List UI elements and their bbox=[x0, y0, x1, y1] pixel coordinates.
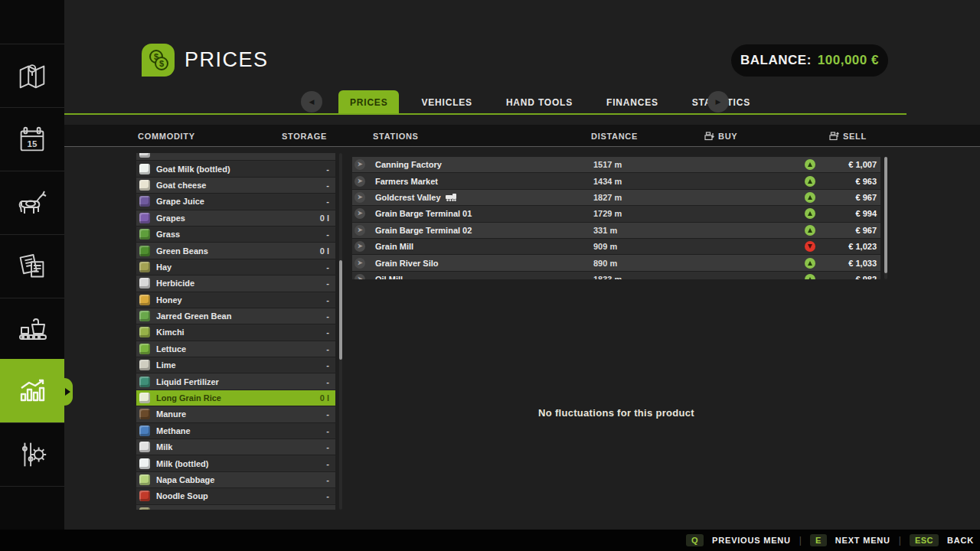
commodity-row-partial[interactable] bbox=[136, 505, 335, 510]
sidebar-item-contracts[interactable] bbox=[0, 234, 64, 298]
noodle-soup-icon bbox=[139, 491, 150, 501]
tab-scroll-left-button[interactable]: ◀ bbox=[301, 91, 322, 112]
sidebar-item-production[interactable] bbox=[0, 298, 64, 359]
milk-icon bbox=[139, 442, 150, 452]
commodity-row-jarred-green-bean[interactable]: Jarred Green Bean- bbox=[136, 308, 335, 324]
commodity-storage-value: - bbox=[326, 344, 329, 354]
commodity-row-napa-cabbage[interactable]: Napa Cabbage- bbox=[136, 472, 335, 487]
station-row-grain-barge-terminal-01[interactable]: ➤Grain Barge Terminal 011729 m€ 994 bbox=[352, 206, 880, 221]
commodity-storage-value: - bbox=[326, 442, 329, 452]
commodity-name: Methane bbox=[156, 426, 326, 435]
station-hotspot-icon: ➤ bbox=[354, 176, 365, 187]
honey-icon bbox=[139, 295, 150, 305]
sidebar-item-map[interactable] bbox=[0, 44, 64, 107]
grass-icon bbox=[139, 229, 150, 240]
commodity-row-green-beans[interactable]: Green Beans0 l bbox=[136, 243, 335, 258]
commodity-row-long-grain-rice[interactable]: Long Grain Rice0 l bbox=[136, 390, 335, 406]
station-hotspot-icon: ➤ bbox=[354, 258, 365, 269]
sidebar-item-settings[interactable] bbox=[0, 422, 64, 486]
commodity-row-herbicide[interactable]: Herbicide- bbox=[136, 276, 335, 291]
commodity-row-goat-cheese[interactable]: Goat cheese- bbox=[136, 178, 335, 193]
column-sell: SELL bbox=[829, 125, 867, 147]
tab-prices[interactable]: PRICES bbox=[338, 90, 399, 114]
commodity-row-milk-bottled-[interactable]: Milk (bottled)- bbox=[136, 455, 335, 471]
commodity-name: Goat cheese bbox=[156, 181, 326, 190]
station-scrollbar-thumb[interactable] bbox=[884, 157, 887, 273]
station-sell-price: € 1,007 bbox=[822, 160, 877, 169]
commodity-row-lettuce[interactable]: Lettuce- bbox=[136, 341, 335, 357]
station-row-goldcrest-valley[interactable]: ➤Goldcrest Valley1827 m€ 967 bbox=[352, 190, 880, 205]
tab-vehicles[interactable]: VEHICLES bbox=[410, 90, 483, 114]
sidebar-item-calendar[interactable]: 15 bbox=[0, 107, 64, 171]
commodity-row-liquid-fertilizer[interactable]: Liquid Fertilizer- bbox=[136, 373, 335, 389]
station-row-oil-mill[interactable]: ➤Oil Mill1833 m€ 982 bbox=[352, 272, 880, 279]
commodity-row-hay[interactable]: Hay- bbox=[136, 259, 335, 275]
hay-icon bbox=[139, 262, 150, 272]
commodity-name: Liquid Fertilizer bbox=[156, 377, 326, 386]
commodity-row-goat-milk-bottled-[interactable]: Goat Milk (bottled)- bbox=[136, 161, 335, 176]
calendar-icon: 15 bbox=[15, 122, 50, 157]
station-row-canning-factory[interactable]: ➤Canning Factory1517 m€ 1,007 bbox=[352, 157, 880, 172]
prices-screen: 15 $ $ PRICES BALANCE: 100,000 € ◀ PRICE… bbox=[0, 0, 980, 551]
commodity-name: Green Beans bbox=[156, 246, 320, 256]
keycap-e[interactable]: E bbox=[810, 534, 827, 546]
commodity-row-methane[interactable]: Methane- bbox=[136, 423, 335, 439]
keycap-esc[interactable]: ESC bbox=[910, 534, 939, 546]
tab-scroll-right-button[interactable]: ▶ bbox=[707, 91, 729, 112]
commodity-row-noodle-soup[interactable]: Noodle Soup- bbox=[136, 488, 335, 504]
shortcut-separator: | bbox=[799, 535, 802, 546]
milk-bottle-icon bbox=[139, 458, 150, 469]
station-hotspot-icon: ➤ bbox=[354, 192, 365, 203]
commodity-name: Lime bbox=[156, 360, 326, 370]
commodity-scrollbar-track[interactable] bbox=[339, 153, 342, 510]
keycap-q[interactable]: Q bbox=[686, 534, 704, 546]
station-distance: 1827 m bbox=[593, 193, 805, 202]
commodity-row-kimchi[interactable]: Kimchi- bbox=[136, 324, 335, 340]
station-name: Grain Mill bbox=[375, 242, 413, 251]
tab-finances[interactable]: FINANCES bbox=[595, 90, 670, 114]
trend-triangle bbox=[808, 162, 812, 167]
station-scrollbar-track[interactable] bbox=[884, 157, 887, 279]
station-row-grain-river-silo[interactable]: ➤Grain River Silo890 m€ 1,033 bbox=[352, 255, 880, 270]
commodity-icon bbox=[139, 507, 150, 510]
column-buy: BUY bbox=[704, 125, 737, 147]
commodity-storage-value: - bbox=[326, 409, 329, 419]
station-row-grain-barge-terminal-02[interactable]: ➤Grain Barge Terminal 02331 m€ 967 bbox=[352, 223, 880, 238]
station-distance: 1434 m bbox=[593, 177, 805, 186]
station-hotspot-icon: ➤ bbox=[354, 241, 365, 252]
station-hotspot-icon: ➤ bbox=[354, 208, 365, 219]
commodity-row-grapes[interactable]: Grapes0 l bbox=[136, 210, 335, 226]
commodity-name: Milk (bottled) bbox=[156, 459, 326, 468]
buy-register-icon bbox=[704, 131, 714, 141]
prices-icon bbox=[14, 373, 51, 409]
balance-label: BALANCE: bbox=[740, 53, 812, 68]
commodity-row-lime[interactable]: Lime- bbox=[136, 357, 335, 373]
commodity-name: Grape Juice bbox=[156, 197, 326, 206]
trend-triangle bbox=[808, 179, 812, 184]
commodity-row-grape-juice[interactable]: Grape Juice- bbox=[136, 194, 335, 209]
station-row-farmers-market[interactable]: ➤Farmers Market1434 m€ 963 bbox=[352, 173, 880, 188]
station-row-grain-mill[interactable]: ➤Grain Mill909 m€ 1,023 bbox=[352, 239, 880, 254]
column-distance: DISTANCE bbox=[591, 125, 638, 147]
station-hotspot-icon: ➤ bbox=[354, 274, 365, 279]
column-commodity: COMMODITY bbox=[138, 125, 195, 147]
sidebar-item-animals[interactable] bbox=[0, 171, 64, 234]
commodity-row-grass[interactable]: Grass- bbox=[136, 227, 335, 242]
commodity-row-milk[interactable]: Milk- bbox=[136, 439, 335, 455]
commodity-name: Honey bbox=[156, 295, 326, 305]
commodity-name: Grapes bbox=[156, 214, 320, 223]
sidebar-active-arrow-icon bbox=[65, 388, 70, 396]
commodity-scrollbar-thumb[interactable] bbox=[339, 260, 342, 360]
production-icon bbox=[14, 311, 51, 347]
price-down-icon bbox=[805, 241, 815, 252]
commodity-row-partial[interactable] bbox=[136, 153, 335, 160]
sidebar-item-prices[interactable] bbox=[0, 359, 64, 422]
commodity-storage-value: - bbox=[326, 262, 329, 272]
commodity-row-manure[interactable]: Manure- bbox=[136, 406, 335, 422]
trend-triangle bbox=[808, 261, 812, 266]
commodity-storage-value: - bbox=[326, 181, 329, 190]
price-up-icon bbox=[805, 208, 815, 219]
tab-hand-tools[interactable]: HAND TOOLS bbox=[495, 90, 584, 114]
commodity-row-honey[interactable]: Honey- bbox=[136, 292, 335, 308]
tab-underline bbox=[64, 113, 906, 115]
